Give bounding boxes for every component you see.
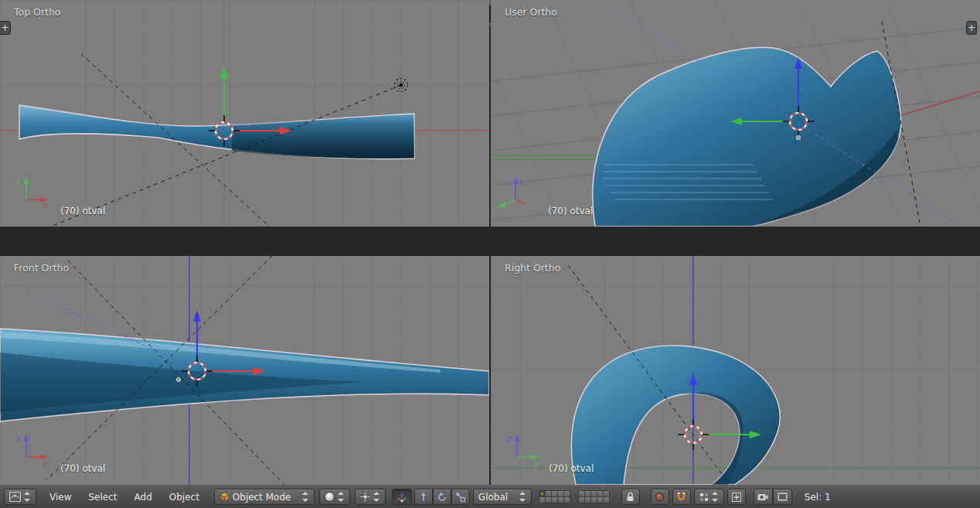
magnet-icon	[676, 492, 686, 502]
updown-arrows-icon	[302, 492, 309, 502]
object-mode-cube-icon	[219, 492, 230, 502]
mode-label: Object Mode	[233, 492, 299, 503]
viewport-right-ortho[interactable]: z y Right Ortho (70) otval	[491, 256, 980, 485]
menu-object[interactable]: Object	[161, 492, 208, 503]
viewport-front-ortho[interactable]: z x Front Ortho (70) otval	[0, 256, 489, 485]
axis-label-y: y	[534, 459, 539, 468]
menu-view[interactable]: View	[41, 492, 80, 503]
snap-element-select[interactable]	[694, 489, 724, 505]
snap-increment-icon	[699, 493, 709, 502]
rotate-arc-icon	[437, 493, 447, 502]
camera-icon	[757, 493, 768, 501]
viewport-user-ortho[interactable]: z y User Ortho (70) otval +	[491, 0, 980, 227]
manipulator-mode-buttons	[414, 489, 470, 505]
proportional-circle-icon	[655, 492, 665, 502]
snap-peel-button[interactable]	[727, 489, 746, 505]
orientation-select[interactable]: Global	[473, 489, 532, 505]
render-image-button[interactable]	[754, 489, 773, 505]
scale-square-icon	[456, 493, 465, 502]
manipulator-toggle-button[interactable]	[392, 489, 412, 505]
viewport-header-bar: View Select Add Object Object Mode	[0, 485, 980, 508]
proportional-edit-button[interactable]	[651, 489, 669, 505]
viewport-shading-select[interactable]	[319, 489, 350, 505]
render-animation-button[interactable]	[773, 489, 792, 505]
axis-label-z: z	[507, 435, 511, 443]
scale-manipulator-button[interactable]	[451, 489, 470, 505]
layer-toggle[interactable]	[563, 496, 570, 503]
axis-label-z: z	[16, 435, 20, 443]
layer-toggle[interactable]	[603, 496, 610, 503]
lock-icon	[626, 492, 635, 502]
snap-magnet-button[interactable]	[672, 489, 691, 505]
film-icon	[778, 493, 788, 501]
grid-plus-icon	[732, 493, 741, 502]
region-expand-button[interactable]: +	[0, 21, 11, 35]
updown-arrows-icon	[519, 492, 526, 502]
axis-label-y: y	[492, 203, 496, 212]
pivot-point-icon	[360, 492, 370, 502]
object-origin-dot	[177, 378, 181, 382]
shading-sphere-icon	[325, 492, 335, 502]
axis-label-x: x	[43, 459, 48, 468]
updown-arrows-icon	[338, 492, 345, 502]
updown-arrows-icon	[24, 492, 31, 502]
manipulator-axes-icon	[396, 492, 407, 503]
axis-label-z: z	[519, 178, 523, 186]
pivot-point-select[interactable]	[355, 489, 386, 505]
viewport-top-ortho[interactable]: y x Top Ortho (70) otval +	[0, 0, 489, 227]
selection-count: Sel: 1	[805, 492, 831, 503]
layers-widget	[539, 491, 615, 503]
translate-manipulator-button[interactable]	[414, 489, 433, 505]
3d-view-editor-icon	[9, 492, 21, 502]
translate-arrow-icon	[419, 493, 428, 502]
updown-arrows-icon	[712, 492, 719, 502]
scene-lock-button[interactable]	[621, 489, 640, 505]
editor-type-button[interactable]	[4, 489, 36, 505]
layer-group-1	[539, 491, 576, 503]
axis-label-x: x	[43, 202, 48, 210]
updown-arrows-icon	[373, 492, 380, 502]
interaction-mode-select[interactable]: Object Mode	[214, 489, 315, 505]
menu-select[interactable]: Select	[80, 492, 125, 503]
menu-add[interactable]: Add	[126, 492, 161, 503]
opengl-render-buttons	[754, 489, 792, 505]
axis-label-y: y	[16, 177, 21, 186]
rotate-manipulator-button[interactable]	[433, 489, 451, 505]
orientation-label: Global	[478, 492, 508, 503]
region-expand-button[interactable]: +	[966, 21, 977, 35]
object-origin-dot	[797, 136, 801, 140]
layer-group-2	[579, 491, 615, 503]
